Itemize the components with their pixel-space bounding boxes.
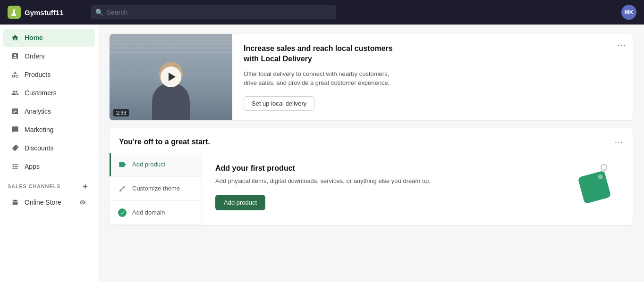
topnav-right: MK [621, 5, 636, 20]
online-store-icon [10, 198, 20, 207]
step-detail-title: Add your first product [215, 164, 568, 173]
brand-name: Gymstuff11 [25, 8, 64, 17]
great-start-title: You're off to a great start. [119, 138, 210, 146]
step-detail: Add your first product Add physical item… [202, 153, 633, 225]
sidebar-marketing-label: Marketing [25, 126, 53, 133]
sidebar-item-orders[interactable]: Orders [3, 47, 95, 65]
add-product-step-icon [117, 159, 127, 170]
step-add-domain[interactable]: Add domain [110, 201, 202, 225]
sidebar-products-label: Products [25, 71, 51, 78]
topnav: Gymstuff11 🔍 MK [0, 0, 644, 25]
step-customize-theme[interactable]: Customize theme [110, 177, 202, 201]
orders-icon [10, 51, 20, 61]
video-description: Offer local delivery to connect with nea… [244, 69, 404, 88]
discounts-icon [10, 143, 20, 153]
step-add-domain-label: Add domain [132, 209, 165, 216]
step-detail-description: Add physical items, digital downloads, s… [215, 176, 568, 186]
home-icon [10, 33, 20, 42]
search-bar: 🔍 [91, 5, 336, 19]
sidebar-orders-label: Orders [25, 52, 45, 60]
step-add-product[interactable]: Add product [110, 153, 202, 177]
video-menu-button[interactable]: ··· [618, 41, 626, 50]
brand[interactable]: Gymstuff11 [8, 6, 83, 19]
video-info: ··· Increase sales and reach local custo… [232, 34, 633, 120]
add-domain-step-icon [117, 207, 127, 218]
sidebar-online-store-label: Online Store [25, 199, 61, 206]
search-input[interactable] [91, 5, 336, 19]
set-up-local-delivery-button[interactable]: Set up local delivery [244, 96, 314, 111]
step-detail-text: Add your first product Add physical item… [215, 164, 568, 211]
customers-icon [10, 88, 20, 98]
add-sales-channel-button[interactable]: + [81, 182, 90, 191]
marketing-icon [10, 125, 20, 134]
steps-list: Add product Customize theme [110, 153, 202, 225]
sales-channels-section-label: SALES CHANNELS + [0, 176, 98, 193]
great-start-body: Add product Customize theme [110, 153, 633, 225]
video-thumbnail[interactable]: 2:33 [110, 34, 232, 120]
sidebar-customers-label: Customers [25, 89, 57, 97]
sidebar-item-customers[interactable]: Customers [3, 84, 95, 102]
avatar[interactable]: MK [621, 5, 636, 20]
sidebar-item-home[interactable]: Home [3, 29, 95, 47]
sidebar-apps-label: Apps [25, 163, 40, 170]
apps-icon [10, 162, 20, 171]
great-start-card: You're off to a great start. ··· Add pro… [110, 128, 633, 225]
add-product-button[interactable]: Add product [215, 195, 265, 210]
sidebar-item-products[interactable]: Products [3, 66, 95, 83]
svg-rect-1 [13, 112, 13, 112]
svg-rect-0 [13, 110, 13, 111]
sidebar-item-apps[interactable]: Apps [3, 158, 95, 175]
sidebar-item-discounts[interactable]: Discounts [3, 139, 95, 157]
sidebar-discounts-label: Discounts [25, 144, 53, 152]
video-timer: 2:33 [113, 109, 129, 116]
great-start-header: You're off to a great start. ··· [110, 128, 633, 147]
online-store-eye-button[interactable] [78, 198, 87, 207]
sidebar-item-analytics[interactable]: Analytics [3, 102, 95, 120]
shopify-logo-icon [8, 6, 21, 19]
sidebar-item-marketing[interactable]: Marketing [3, 121, 95, 139]
shopify-bag-icon [10, 8, 18, 17]
sidebar: Home Orders Products Customers [0, 25, 98, 282]
analytics-icon [10, 107, 20, 116]
sidebar-item-online-store[interactable]: Online Store [3, 193, 95, 211]
customize-theme-step-icon [117, 183, 127, 194]
great-start-menu-button[interactable]: ··· [615, 137, 623, 147]
main-content: 2:33 ··· Increase sales and reach local … [98, 25, 644, 282]
product-tag-illustration [577, 164, 619, 207]
video-card: 2:33 ··· Increase sales and reach local … [110, 34, 633, 120]
search-icon: 🔍 [95, 8, 103, 16]
video-title: Increase sales and reach local customers… [244, 43, 404, 65]
sidebar-analytics-label: Analytics [25, 108, 51, 115]
step-customize-theme-label: Customize theme [132, 185, 180, 192]
sidebar-home-label: Home [25, 34, 43, 41]
products-icon [10, 70, 20, 79]
step-add-product-label: Add product [132, 161, 165, 168]
